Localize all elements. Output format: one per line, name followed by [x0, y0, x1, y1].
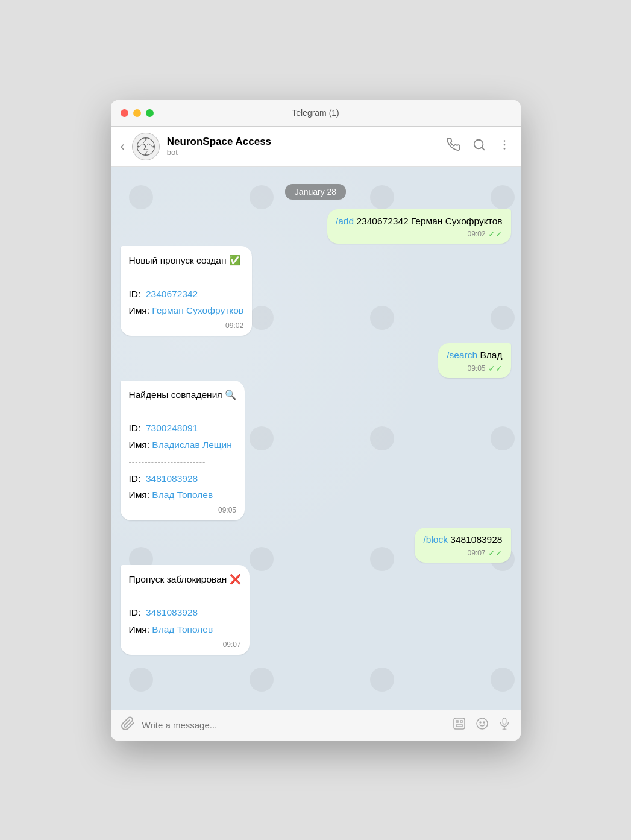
back-button[interactable]: ‹: [121, 140, 125, 153]
name-line: Имя: Влад Тополев: [129, 621, 241, 638]
message-row: Пропуск заблокирован ❌ ID: 3481083928 Им…: [121, 565, 511, 655]
chat-body: January 28 /add 2340672342 Герман Сухофр…: [111, 167, 521, 710]
message-text: /search Влад: [447, 348, 502, 362]
command-text: /add: [336, 216, 354, 226]
message-heading: Пропуск заблокирован ❌: [129, 571, 241, 588]
svg-rect-16: [456, 721, 458, 722]
name-line: Имя: Герман Сухофрутков: [129, 302, 244, 319]
message-time: 09:05: [218, 506, 236, 514]
message-bubble-out: /add 2340672342 Герман Сухофруктов 09:02…: [327, 209, 511, 244]
svg-line-11: [482, 147, 484, 150]
message-text: /add 2340672342 Герман Сухофруктов: [336, 214, 503, 228]
emoji-icon[interactable]: [475, 716, 489, 734]
header-left: ‹ Σ NeuronSpace Access: [121, 133, 272, 160]
svg-point-5: [145, 153, 146, 155]
message-meta: 09:07: [129, 640, 241, 649]
message-heading: Найдены совпадения 🔍: [129, 387, 237, 403]
svg-line-7: [149, 144, 152, 147]
svg-point-12: [503, 140, 505, 142]
message-time: 09:02: [467, 230, 485, 238]
name-line-1: Имя: Владислав Лещин: [129, 437, 237, 453]
svg-line-6: [139, 144, 143, 147]
blank-line: [129, 269, 244, 286]
message-time: 09:02: [225, 321, 243, 330]
id-line-1: ID: 7300248091: [129, 420, 237, 437]
bot-avatar: Σ: [132, 133, 160, 160]
message-time: 09:07: [467, 549, 485, 557]
svg-point-19: [477, 718, 488, 729]
input-bar: [111, 710, 521, 741]
message-row: /search Влад 09:05 ✓✓: [121, 343, 511, 377]
bot-name: NeuronSpace Access: [167, 136, 271, 148]
date-badge: January 28: [121, 184, 511, 200]
message-text: Новый пропуск создан ✅ ID: 2340672342 Им…: [129, 252, 244, 320]
message-bubble-out: /search Влад 09:05 ✓✓: [438, 343, 510, 377]
svg-rect-18: [456, 725, 462, 727]
window-controls: [121, 109, 154, 117]
minimize-button[interactable]: [133, 109, 141, 117]
svg-point-21: [483, 722, 485, 723]
message-bubble-in: Новый пропуск создан ✅ ID: 2340672342 Им…: [121, 246, 253, 336]
svg-rect-22: [503, 718, 506, 724]
search-icon[interactable]: [472, 138, 486, 155]
svg-point-14: [503, 148, 505, 150]
message-input[interactable]: [142, 716, 445, 734]
message-heading: Новый пропуск создан ✅: [129, 252, 244, 269]
svg-point-2: [137, 145, 139, 147]
mic-icon[interactable]: [498, 717, 511, 733]
chat-header: ‹ Σ NeuronSpace Access: [111, 127, 521, 167]
sticker-icon[interactable]: [452, 716, 466, 734]
header-right: [447, 138, 511, 155]
message-meta: 09:05 ✓✓: [447, 364, 502, 373]
id-line: ID: 3481083928: [129, 604, 241, 621]
message-bubble-out: /block 3481083928 09:07 ✓✓: [415, 528, 510, 562]
message-row: /add 2340672342 Герман Сухофруктов 09:02…: [121, 209, 511, 244]
message-meta: 09:02 ✓✓: [336, 229, 503, 239]
message-bubble-in: Найдены совпадения 🔍 ID: 7300248091 Имя:…: [121, 381, 245, 521]
id-line-2: ID: 3481083928: [129, 470, 237, 487]
title-bar: Telegram (1): [111, 100, 521, 127]
read-receipt: ✓✓: [488, 229, 503, 239]
message-body: 3481083928: [450, 534, 502, 545]
read-receipt: ✓✓: [488, 548, 503, 558]
id-line: ID: 2340672342: [129, 286, 244, 303]
svg-point-3: [152, 145, 154, 147]
svg-text:Σ: Σ: [143, 141, 148, 151]
message-row: /block 3481083928 09:07 ✓✓: [121, 528, 511, 562]
message-meta: 09:05: [129, 506, 237, 514]
message-body: Влад: [480, 350, 502, 360]
svg-rect-17: [460, 721, 462, 722]
svg-point-13: [503, 144, 505, 145]
bot-info: NeuronSpace Access bot: [167, 136, 271, 157]
blank-line: [129, 403, 237, 420]
message-meta: 09:02: [129, 321, 244, 330]
command-text: /search: [447, 350, 477, 360]
svg-point-20: [480, 722, 481, 723]
read-receipt: ✓✓: [488, 364, 503, 373]
divider: ------------------------: [129, 455, 237, 469]
window-title: Telegram (1): [292, 108, 339, 118]
message-text: Пропуск заблокирован ❌ ID: 3481083928 Им…: [129, 571, 241, 639]
phone-icon[interactable]: [447, 138, 460, 155]
command-text: /block: [423, 534, 448, 545]
bot-status: bot: [167, 148, 271, 157]
message-row: Новый пропуск создан ✅ ID: 2340672342 Им…: [121, 246, 511, 336]
message-time: 09:05: [467, 364, 485, 373]
more-icon[interactable]: [498, 138, 511, 155]
telegram-window: Telegram (1) ‹ Σ: [111, 100, 521, 741]
message-body: 2340672342 Герман Сухофруктов: [356, 216, 502, 226]
attach-icon[interactable]: [121, 716, 135, 734]
message-text: /block 3481083928: [423, 532, 502, 546]
date-badge-text: January 28: [285, 184, 346, 200]
message-row: Найдены совпадения 🔍 ID: 7300248091 Имя:…: [121, 381, 511, 521]
maximize-button[interactable]: [146, 109, 154, 117]
name-line-2: Имя: Влад Тополев: [129, 487, 237, 504]
message-bubble-in: Пропуск заблокирован ❌ ID: 3481083928 Им…: [121, 565, 250, 655]
svg-point-4: [145, 137, 146, 139]
input-right-icons: [452, 716, 511, 734]
message-meta: 09:07 ✓✓: [423, 548, 502, 558]
close-button[interactable]: [121, 109, 128, 117]
message-text: Найдены совпадения 🔍 ID: 7300248091 Имя:…: [129, 387, 237, 504]
message-time: 09:07: [223, 640, 241, 649]
blank-line: [129, 587, 241, 604]
